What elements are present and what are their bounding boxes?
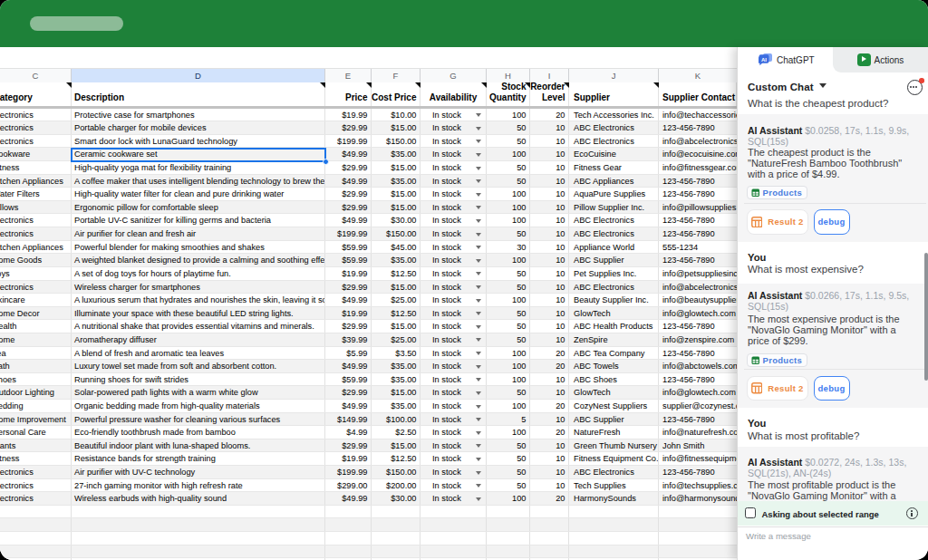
svg-text:AI: AI [761,57,767,63]
